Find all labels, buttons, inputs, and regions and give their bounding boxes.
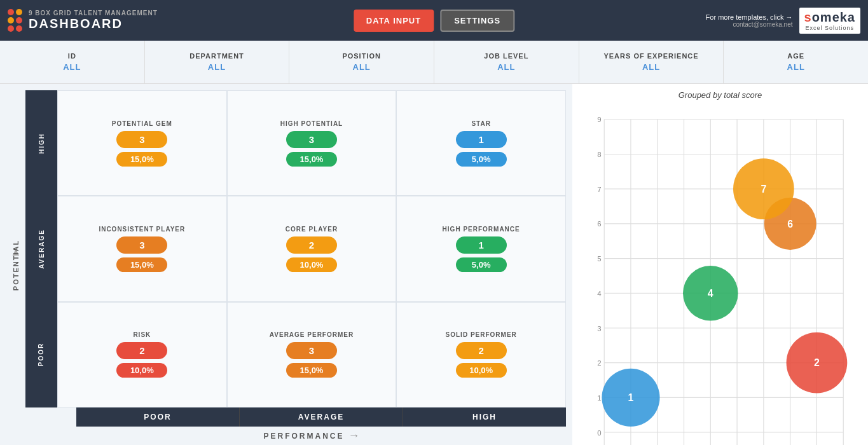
- chart-area: Grouped by total score -1012345678912467: [572, 84, 868, 445]
- filter-label: DEPARTMENT: [189, 52, 244, 60]
- brand-sub: Excel Solutions: [805, 25, 854, 31]
- svg-text:0: 0: [597, 429, 601, 437]
- cell-pct-badge: 10,0%: [116, 363, 167, 378]
- cell-title: AVERAGE PERFORMER: [270, 331, 354, 338]
- grid-cell-solid-performer: SOLID PERFORMER 2 10,0%: [396, 302, 566, 407]
- svg-text:4: 4: [597, 290, 601, 298]
- grid-cells: RISK 2 10,0% AVERAGE PERFORMER 3 15,0% S…: [57, 302, 566, 407]
- svg-text:4: 4: [708, 288, 713, 299]
- cell-count-badge: 3: [286, 131, 337, 148]
- filter-col-id[interactable]: ID ALL: [0, 41, 145, 83]
- grid-area: ▲ POTENTIAL HIGH POTENTIAL GEM 3 15,0% H…: [0, 84, 572, 445]
- cell-count-badge: 2: [456, 342, 507, 359]
- filter-value[interactable]: ALL: [787, 62, 805, 72]
- cell-title: HIGH PERFORMANCE: [443, 226, 520, 233]
- bubble-chart: -1012345678912467: [582, 104, 858, 445]
- svg-text:2: 2: [597, 359, 601, 367]
- dot-yellow2: [8, 17, 14, 24]
- header-center-buttons: DATA INPUT SETTINGS: [354, 10, 514, 32]
- filter-value[interactable]: ALL: [353, 62, 371, 72]
- brand-s: s: [804, 10, 812, 24]
- cell-pct-badge: 10,0%: [286, 257, 337, 272]
- filter-label: AGE: [787, 52, 804, 60]
- svg-text:1: 1: [597, 394, 601, 402]
- performance-axis: PERFORMANCE →: [0, 427, 572, 445]
- cell-pct-badge: 15,0%: [116, 152, 167, 167]
- filter-col-position[interactable]: POSITION ALL: [289, 41, 434, 83]
- dot-red4: [16, 25, 22, 32]
- more-templates-text: For more templates, click →: [706, 13, 793, 21]
- grid-row-poor: POOR RISK 2 10,0% AVERAGE PERFORMER 3 15…: [25, 302, 566, 407]
- grid-cells: INCONSISTENT PLAYER 3 15,0% CORE PLAYER …: [57, 196, 566, 301]
- grid-bottom: POORAVERAGEHIGH: [25, 407, 566, 427]
- cell-pct-badge: 15,0%: [286, 152, 337, 167]
- cell-count-badge: 1: [456, 236, 507, 254]
- svg-text:7: 7: [761, 184, 766, 195]
- performance-label: PERFORMANCE: [263, 432, 344, 441]
- header-title-block: 9 BOX GRID TALENT MANAGEMENT DASHBOARD: [29, 10, 158, 31]
- grid-section: HIGH POTENTIAL GEM 3 15,0% HIGH POTENTIA…: [25, 90, 566, 427]
- cell-pct-badge: 15,0%: [286, 363, 337, 378]
- svg-text:1: 1: [628, 392, 634, 403]
- filter-col-job-level[interactable]: JOB LEVEL ALL: [434, 41, 579, 83]
- filter-bar: ID ALL DEPARTMENT ALL POSITION ALL JOB L…: [0, 41, 868, 84]
- row-label-text: AVERAGE: [38, 229, 45, 269]
- dot-yellow: [16, 9, 22, 15]
- cell-pct-badge: 10,0%: [456, 363, 507, 378]
- filter-col-age[interactable]: AGE ALL: [724, 41, 868, 83]
- data-input-button[interactable]: DATA INPUT: [354, 10, 434, 32]
- filter-label: JOB LEVEL: [484, 52, 528, 60]
- cell-count-badge: 3: [116, 236, 167, 254]
- row-label-text: HIGH: [38, 133, 45, 154]
- svg-text:5: 5: [597, 255, 601, 263]
- grid-cells: POTENTIAL GEM 3 15,0% HIGH POTENTIAL 3 1…: [57, 90, 566, 196]
- svg-text:2: 2: [814, 357, 820, 368]
- cell-pct-badge: 15,0%: [116, 257, 167, 272]
- perf-col-label-average: AVERAGE: [240, 407, 403, 427]
- filter-label: YEARS OF EXPERIENCE: [603, 52, 698, 60]
- dot-red3: [8, 25, 14, 32]
- svg-text:7: 7: [597, 186, 601, 193]
- header-title: DASHBOARD: [29, 17, 158, 31]
- grid-row-average: AVERAGE INCONSISTENT PLAYER 3 15,0% CORE…: [25, 196, 566, 301]
- header-right: For more templates, click → contact@some…: [706, 13, 793, 28]
- logo-dots: [8, 9, 22, 32]
- chart-title: Grouped by total score: [582, 90, 858, 100]
- cell-title: CORE PLAYER: [286, 226, 338, 233]
- cell-count-badge: 3: [116, 131, 167, 148]
- perf-col-label-high: HIGH: [403, 407, 566, 427]
- grid-cell-average-performer: AVERAGE PERFORMER 3 15,0%: [227, 302, 397, 407]
- chart-container: -1012345678912467: [582, 104, 858, 445]
- grid-cell-high-performance: HIGH PERFORMANCE 1 5,0%: [396, 196, 566, 301]
- cell-count-badge: 2: [116, 342, 167, 359]
- perf-col-label-poor: POOR: [76, 407, 240, 427]
- filter-label: POSITION: [342, 52, 381, 60]
- cell-title: RISK: [133, 331, 151, 338]
- potential-arrow: ▲ POTENTIAL: [0, 90, 41, 427]
- grid-cell-inconsistent-player: INCONSISTENT PLAYER 3 15,0%: [57, 196, 227, 301]
- filter-value[interactable]: ALL: [208, 62, 226, 72]
- filter-col-years-of-experience[interactable]: YEARS OF EXPERIENCE ALL: [579, 41, 724, 83]
- right-arrow-icon: →: [348, 429, 360, 442]
- svg-text:9: 9: [597, 116, 601, 123]
- settings-button[interactable]: SETTINGS: [440, 10, 514, 32]
- potential-label-col: ▲ POTENTIAL: [6, 90, 25, 427]
- grid-rows: HIGH POTENTIAL GEM 3 15,0% HIGH POTENTIA…: [25, 90, 566, 407]
- cell-title: INCONSISTENT PLAYER: [99, 226, 185, 233]
- main-content: ▲ POTENTIAL HIGH POTENTIAL GEM 3 15,0% H…: [0, 84, 868, 445]
- brand-logo: someka Excel Solutions: [799, 8, 861, 34]
- filter-col-department[interactable]: DEPARTMENT ALL: [145, 41, 290, 83]
- svg-text:3: 3: [597, 325, 601, 332]
- cell-title: STAR: [471, 120, 490, 127]
- contact-text: contact@someka.net: [706, 21, 793, 28]
- grid-row-high: HIGH POTENTIAL GEM 3 15,0% HIGH POTENTIA…: [25, 90, 566, 196]
- filter-value[interactable]: ALL: [497, 62, 515, 72]
- grid-cell-high-potential: HIGH POTENTIAL 3 15,0%: [227, 90, 397, 196]
- dot-red2: [16, 17, 22, 24]
- cell-pct-badge: 5,0%: [456, 152, 507, 167]
- svg-text:6: 6: [787, 219, 793, 229]
- cell-count-badge: 1: [456, 131, 507, 148]
- dot-red: [8, 9, 14, 15]
- filter-value[interactable]: ALL: [63, 62, 81, 72]
- filter-value[interactable]: ALL: [642, 62, 660, 72]
